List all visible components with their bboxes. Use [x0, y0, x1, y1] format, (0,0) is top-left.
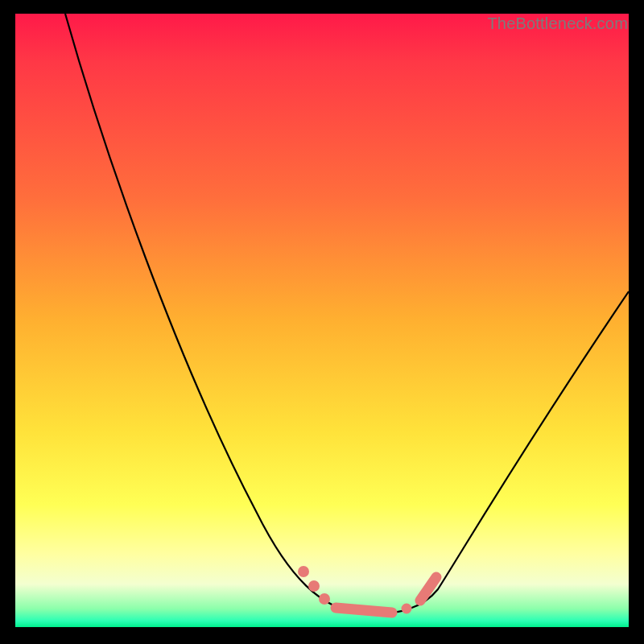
marker-ascending [420, 577, 436, 601]
marker-dot [298, 566, 309, 577]
marker-bottom [336, 608, 392, 613]
marker-dot [402, 604, 412, 614]
marker-dot [319, 593, 330, 605]
marker-dot [308, 580, 320, 592]
bottleneck-curve [15, 14, 629, 627]
chart-plot-area [15, 14, 629, 627]
chart-frame: TheBottleneck.com [0, 0, 644, 644]
watermark-text: TheBottleneck.com [487, 14, 628, 33]
curve-path [65, 14, 629, 614]
